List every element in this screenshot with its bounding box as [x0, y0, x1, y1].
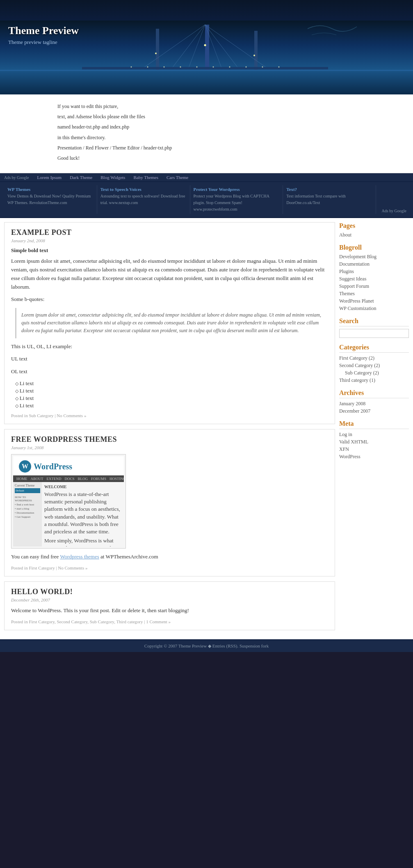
ad-bar: Ads by Google Lorem Ipsum Dark Theme Blo… [0, 173, 413, 182]
search-section-title: Search [339, 317, 409, 326]
sponsored-title-4[interactable]: Text? [286, 187, 372, 192]
meta-item-3: XFN [339, 446, 409, 452]
sponsored-desc-4: Text information Text compare with DoorO… [286, 194, 346, 205]
svg-point-15 [253, 55, 255, 56]
list-item: WP Customization [339, 305, 409, 312]
blogroll-link-4[interactable]: Support Forum [339, 283, 369, 289]
svg-rect-12 [0, 70, 413, 71]
wp-themes-link[interactable]: Wordpress themes [60, 553, 99, 560]
meta-item-1: Log in [339, 432, 409, 438]
blogroll-link-6[interactable]: WordPress Planet [339, 298, 374, 304]
ad-link-1[interactable]: Lorem Ipsum [37, 175, 62, 180]
archive-link-2[interactable]: December 2007 [339, 408, 370, 414]
sponsored-item-3: Protect Your Wordpress Protect your Word… [190, 185, 283, 214]
sidebar-archives-section: Archives January 2008 December 2007 [339, 389, 409, 414]
post-hello-world: HELLO WORLD! December 26th, 2007 Welcome… [4, 581, 335, 630]
blogroll-list: Development Blog Documentation Plugins S… [339, 254, 409, 312]
blogroll-link-1[interactable]: Documentation [339, 261, 370, 267]
post-date-3: December 26th, 2007 [11, 597, 328, 602]
category-link-2[interactable]: Second Category (2) [339, 363, 380, 368]
post-meta-3: Posted in First Category, Second Categor… [11, 619, 328, 624]
wp-screenshot-inner: W WordPress HOME ABOUT EXTEND DOCS BLOG … [13, 456, 124, 547]
blogroll-link-7[interactable]: WP Customization [339, 305, 376, 311]
category-link-4[interactable]: Third category (1) [339, 377, 375, 383]
blogroll-link-2[interactable]: Plugins [339, 269, 354, 274]
sponsored-title-1[interactable]: WP Themes [7, 187, 94, 192]
post-date-1: January 2nd, 2008 [11, 238, 328, 243]
notice-line2: text, and Adsense blocks please edit the… [57, 113, 356, 121]
main-content: EXAMPLE POST January 2nd, 2008 Simple bo… [4, 222, 335, 635]
sponsored-links: WP Themes View Demos & Download Now! Qua… [0, 182, 413, 218]
ol-text: OL text [11, 367, 328, 376]
sidebar-meta-section: Meta Log in Valid XHTML XFN WordPress [339, 420, 409, 460]
list-item: Plugins [339, 269, 409, 275]
sidebar: Pages About Blogroll Development Blog Do… [339, 222, 409, 635]
sponsored-title-3[interactable]: Protect Your Wordpress [194, 187, 280, 192]
notice-line6: Good luck! [57, 154, 356, 162]
svg-point-18 [164, 67, 165, 68]
site-footer: Copyright © 2007 Theme Preview ◆ Entries… [0, 639, 413, 652]
meta-link-3[interactable]: XFN [339, 446, 349, 452]
notice-box: If you want to edit this picture, text, … [0, 94, 413, 173]
archives-list: January 2008 December 2007 [339, 401, 409, 414]
post-title-1: EXAMPLE POST [11, 228, 328, 237]
blogroll-link-themes[interactable]: Themes [339, 291, 355, 296]
search-input[interactable] [339, 329, 409, 338]
li-list: Li text Li text Li text Li text [15, 380, 328, 409]
post-paragraph-2: You can easy find free Wordpress themes … [11, 553, 328, 561]
svg-point-19 [180, 67, 181, 68]
list-item: Support Forum [339, 283, 409, 289]
post-paragraph-3: Welcome to WordPress. This is your first… [11, 606, 328, 615]
ads-by-label: Ads by Google [4, 175, 29, 180]
category-item-2: Second Category (2) [339, 363, 409, 369]
pages-list: About [339, 232, 409, 238]
wp-screenshot: W WordPress HOME ABOUT EXTEND DOCS BLOG … [11, 454, 126, 549]
archives-section-title: Archives [339, 389, 409, 398]
post-paragraph-1: Lorem ipsum dolor sit amet, consectetur … [11, 257, 328, 291]
sponsored-desc-3: Protect your Wordpress Blog with CAPTCHA… [194, 194, 269, 211]
sponsored-desc-2: Astounding text to speech software! Down… [100, 194, 185, 205]
category-link-3[interactable]: Sub Category (2) [345, 370, 379, 376]
notice-line1: If you want to edit this picture, [57, 103, 356, 110]
svg-rect-4 [254, 31, 258, 70]
blogroll-link-0[interactable]: Development Blog [339, 254, 376, 259]
blogroll-section-title: Blogroll [339, 244, 409, 251]
category-item-1: First Category (2) [339, 355, 409, 361]
pages-section-title: Pages [339, 222, 409, 230]
post-title-2: FREE WORDPRESS THEMES [11, 435, 328, 444]
wp-logo-area: W WordPress [13, 456, 124, 475]
ul-text: UL text [11, 355, 328, 363]
svg-point-21 [213, 67, 214, 68]
wp-sidebar-small: Current Theme Default HOW TO WORDPRESS •… [13, 482, 42, 547]
site-title: Theme Preview [8, 25, 79, 37]
svg-rect-2 [156, 29, 159, 70]
pages-link-about[interactable]: About [339, 232, 351, 238]
categories-section-title: Categories [339, 344, 409, 353]
post-meta-text-1: Posted in Sub Category | No Comments » [11, 413, 86, 418]
meta-list: Log in Valid XHTML XFN WordPress [339, 432, 409, 460]
sidebar-categories-section: Categories First Category (2) Second Cat… [339, 344, 409, 383]
list-item: Suggest Ideas [339, 276, 409, 282]
ad-link-4[interactable]: Baby Themes [133, 175, 158, 180]
list-item: Li text [15, 380, 328, 387]
sponsored-ads-label: Ads by Google [376, 185, 409, 214]
svg-rect-1 [0, 70, 413, 94]
ad-link-3[interactable]: Blog Widgets [100, 175, 125, 180]
archive-item-1: January 2008 [339, 401, 409, 407]
wp-main-small: WELCOME WordPress is a state-of-the-art … [42, 482, 124, 547]
sponsored-title-2[interactable]: Text to Speech Voices [100, 187, 187, 192]
wp-body: Current Theme Default HOW TO WORDPRESS •… [13, 482, 124, 547]
ad-link-5[interactable]: Cars Theme [167, 175, 188, 180]
list-item: Li text [15, 402, 328, 409]
meta-link-4[interactable]: WordPress [339, 454, 361, 459]
svg-rect-11 [82, 67, 328, 69]
post-meta-1: Posted in Sub Category | No Comments » [11, 413, 328, 418]
category-link-1[interactable]: First Category (2) [339, 355, 374, 361]
sponsored-desc-1: View Demos & Download Now! Quality Premi… [7, 194, 91, 205]
archive-link-1[interactable]: January 2008 [339, 401, 365, 406]
svg-point-23 [246, 67, 247, 68]
meta-link-1[interactable]: Log in [339, 432, 352, 437]
blogroll-link-3[interactable]: Suggest Ideas [339, 276, 366, 282]
ad-link-2[interactable]: Dark Theme [70, 175, 92, 180]
meta-link-2[interactable]: Valid XHTML [339, 439, 368, 445]
